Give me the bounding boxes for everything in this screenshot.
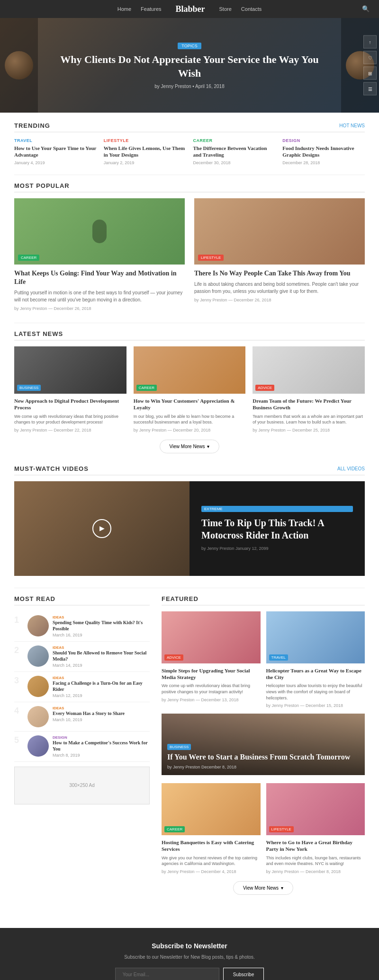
bottom-section: Most Read 1 IDEAS Spending Some Quality … xyxy=(14,595,365,907)
article-date: January 4, 2019 xyxy=(14,160,97,165)
featured-title: Featured xyxy=(162,595,199,602)
nav-features[interactable]: Features xyxy=(141,6,161,12)
view-more-featured-button[interactable]: View More News ▾ xyxy=(233,881,293,895)
list-item: CAREER What Keeps Us Going: Find Your Wa… xyxy=(14,198,185,311)
sidebar-grid-btn[interactable]: ⊞ xyxy=(363,67,377,80)
read-content: IDEAS Spending Some Quality Time with Ki… xyxy=(53,615,150,637)
article-title[interactable]: There Is No Way People Can Take This Awa… xyxy=(194,269,365,278)
article-image[interactable]: TRAVEL xyxy=(266,611,365,663)
all-videos-link[interactable]: ALL VIDEOS xyxy=(337,466,365,471)
article-image[interactable]: CAREER xyxy=(134,346,246,394)
read-number: 4 xyxy=(14,706,24,716)
article-category: CAREER xyxy=(18,255,39,261)
article-category: BUSINESS xyxy=(167,744,191,750)
article-category: CAREER xyxy=(164,826,185,832)
article-date: March 14, 2019 xyxy=(53,663,150,668)
sidebar-share-btn[interactable]: ↑ xyxy=(363,35,377,49)
article-desc: Life is about taking chances and being b… xyxy=(194,281,365,295)
nav-store[interactable]: Store xyxy=(219,6,232,12)
category-tag: DESIGN xyxy=(53,735,150,740)
most-read-list: 1 IDEAS Spending Some Quality Time with … xyxy=(14,611,150,762)
hero-content: TOPICS Why Clients Do Not Appreciate You… xyxy=(0,42,379,89)
video-play-button[interactable]: ▶ xyxy=(92,519,111,538)
article-desc: We give you our honest reviews of the to… xyxy=(162,855,261,867)
sidebar-bookmark-btn[interactable]: ♡ xyxy=(363,51,377,64)
article-title[interactable]: How to Use Your Spare Time to Your Advan… xyxy=(14,145,97,159)
article-desc: In our blog, you will be able to learn h… xyxy=(134,414,246,425)
article-image[interactable]: CAREER xyxy=(14,198,185,265)
popular-grid: CAREER What Keeps Us Going: Find Your Wa… xyxy=(14,198,365,311)
search-icon[interactable]: 🔍 xyxy=(362,5,370,13)
latest-title: Latest News xyxy=(14,330,63,337)
read-number: 3 xyxy=(14,676,24,686)
video-thumbnail[interactable]: ▶ xyxy=(14,481,190,576)
article-title[interactable]: Helicopter Tours as a Great Way to Escap… xyxy=(266,667,365,681)
sidebar-list-btn[interactable]: ☰ xyxy=(363,82,377,96)
list-item: DESIGN Food Industry Needs Innovative Gr… xyxy=(282,138,365,165)
article-title[interactable]: Spending Some Quality Time with Kids? It… xyxy=(53,619,150,632)
hot-news-link[interactable]: HOT NEWS xyxy=(339,123,365,128)
hero-sidebar: ↑ ♡ ⊞ ☰ xyxy=(361,33,379,98)
read-number: 5 xyxy=(14,735,24,745)
view-more-button[interactable]: View More News ▾ xyxy=(160,440,220,453)
category-tag: TRAVEL xyxy=(14,138,97,143)
article-desc: Helicopter tours allow tourists to enjoy… xyxy=(266,683,365,701)
article-title[interactable]: Should You Be Allowed to Remove Your Soc… xyxy=(53,650,150,662)
article-title[interactable]: Food Industry Needs Innovative Graphic D… xyxy=(282,145,365,159)
nav-home[interactable]: Home xyxy=(117,6,131,12)
article-date: March 8, 2019 xyxy=(53,753,150,758)
article-image[interactable]: LIFESTYLE xyxy=(194,198,365,265)
article-title[interactable]: Simple Steps for Upgrading Your Social M… xyxy=(162,667,261,681)
videos-section: Must-Watch Videos ALL VIDEOS ▶ EXTREME T… xyxy=(14,465,365,576)
article-title[interactable]: Hosting Banquettes is Easy with Catering… xyxy=(162,839,261,853)
main-content: Trending HOT NEWS TRAVEL How to Use Your… xyxy=(0,113,379,928)
article-title[interactable]: How to Win Your Customers' Appreciation … xyxy=(134,397,246,411)
category-tag: CAREER xyxy=(193,138,276,143)
list-item: ADVICE Simple Steps for Upgrading Your S… xyxy=(162,611,261,708)
article-image[interactable]: BUSINESS xyxy=(14,346,126,394)
trending-header: Trending HOT NEWS xyxy=(14,122,365,132)
video-title[interactable]: Time To Rip Up This Track! A Motocross R… xyxy=(201,517,353,541)
article-title[interactable]: Where to Go to Have a Great Birthday Par… xyxy=(266,839,365,853)
article-title[interactable]: Dream Team of the Future: We Predict You… xyxy=(253,397,365,411)
most-read-title: Most Read xyxy=(14,595,55,602)
article-date: December 28, 2018 xyxy=(282,160,365,165)
nav-contacts[interactable]: Contacts xyxy=(241,6,262,12)
article-category: ADVICE xyxy=(255,385,274,391)
article-date: March 10, 2019 xyxy=(53,717,125,722)
view-more-latest: View More News ▾ xyxy=(14,440,365,453)
view-more-featured: View More News ▾ xyxy=(162,881,365,895)
popular-header: Most Popular xyxy=(14,182,365,193)
newsletter-desc: Subscribe to our Newsletter for New Blog… xyxy=(14,954,365,961)
article-meta: by Jenny Preston — December 13, 2018 xyxy=(162,697,261,702)
article-title[interactable]: Every Woman Has a Story to Share xyxy=(53,710,125,716)
trending-title: Trending xyxy=(14,122,50,129)
list-item: CAREER How to Win Your Customers' Apprec… xyxy=(134,346,246,433)
article-desc: Team members that work as a whole are an… xyxy=(253,414,365,425)
article-title[interactable]: The Difference Between Vacation and Trav… xyxy=(193,145,276,159)
article-title[interactable]: What Keeps Us Going: Find Your Way and M… xyxy=(14,269,185,286)
article-image[interactable]: ADVICE xyxy=(162,611,261,663)
article-title[interactable]: Facing a Challenge is a Turn-On for an E… xyxy=(53,680,150,692)
article-desc: This includes night clubs, lounge bars, … xyxy=(266,855,365,867)
category-tag: DESIGN xyxy=(282,138,365,143)
email-field[interactable] xyxy=(115,968,219,980)
article-meta: by Jenny Preston — December 4, 2018 xyxy=(162,869,261,874)
site-logo[interactable]: Blabber xyxy=(176,4,205,14)
article-desc: We come up with revolutionary ideas that… xyxy=(14,414,126,425)
article-title[interactable]: How to Make a Competitor's Success Work … xyxy=(53,740,150,752)
article-title[interactable]: New Approach to Digital Product Developm… xyxy=(14,397,126,411)
article-image[interactable]: ADVICE xyxy=(253,346,365,394)
article-meta: by Jenny Preston — December 20, 2018 xyxy=(134,428,246,433)
article-thumbnail xyxy=(27,706,49,727)
subscribe-button[interactable]: Subscribe xyxy=(223,968,264,980)
article-title[interactable]: When Life Gives Lemons, Use Them in Your… xyxy=(104,145,186,159)
article-category: TRAVEL xyxy=(269,654,289,661)
featured-wide-item[interactable]: BUSINESS If You Were to Start a Business… xyxy=(162,714,365,775)
article-category: LIFESTYLE xyxy=(198,255,224,261)
most-read-header: Most Read xyxy=(14,595,150,606)
featured-grid: ADVICE Simple Steps for Upgrading Your S… xyxy=(162,611,365,874)
article-image[interactable]: CAREER xyxy=(162,783,261,835)
article-thumbnail xyxy=(27,676,49,697)
article-image[interactable]: LIFESTYLE xyxy=(266,783,365,835)
